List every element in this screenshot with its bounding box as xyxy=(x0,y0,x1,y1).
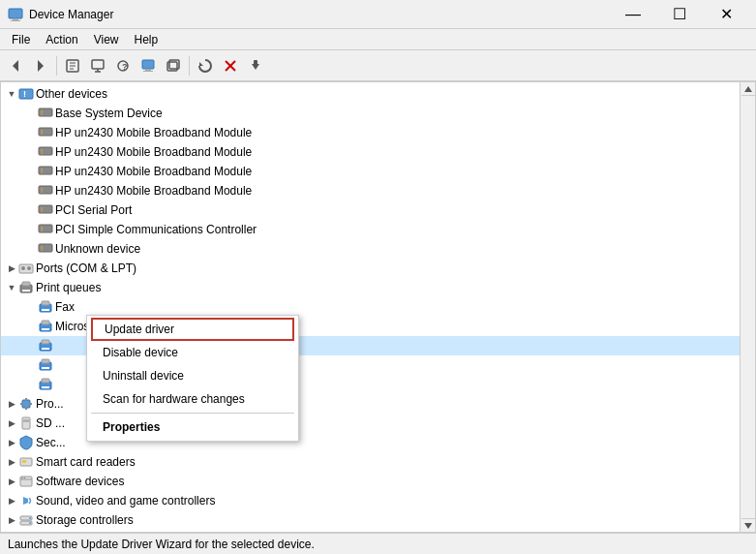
scroll-up-button[interactable] xyxy=(741,82,755,96)
tree-item-hp-2[interactable]: ▶ ! HP un2430 Mobile Broadband Module xyxy=(1,142,740,162)
ctx-disable-device[interactable]: Disable device xyxy=(87,341,298,364)
remove-device-toolbar-button[interactable] xyxy=(219,54,242,77)
expand-print-queues[interactable]: ▼ xyxy=(5,281,18,294)
tree-item-pci-serial[interactable]: ▶ ! PCI Serial Port xyxy=(1,200,740,220)
update-driver-toolbar-button[interactable] xyxy=(86,54,109,77)
svg-rect-62 xyxy=(42,386,49,388)
show-hidden-button[interactable]: ? xyxy=(111,54,135,77)
tree-item-software-devices[interactable]: ▶ Software devices xyxy=(1,472,740,491)
hp-3-label: HP un2430 Mobile Broadband Module xyxy=(55,165,252,178)
menu-file[interactable]: File xyxy=(4,31,38,48)
tree-item-hp-1[interactable]: ▶ ! HP un2430 Mobile Broadband Module xyxy=(1,123,740,142)
hp-2-label: HP un2430 Mobile Broadband Module xyxy=(55,145,252,159)
minimize-button[interactable]: — xyxy=(611,0,655,29)
tree-item-sound-video[interactable]: ▶ Sound, video and game controllers xyxy=(1,491,740,510)
hp-4-label: HP un2430 Mobile Broadband Module xyxy=(55,184,252,198)
hp-2-icon: ! xyxy=(38,144,53,160)
expand-sec[interactable]: ▶ xyxy=(5,436,18,449)
scrollbar[interactable] xyxy=(740,82,755,532)
expand-smart-card[interactable]: ▶ xyxy=(5,455,18,469)
tree-item-pci-simple[interactable]: ▶ ! PCI Simple Communications Controller xyxy=(1,220,740,239)
ports-icon xyxy=(18,261,34,276)
svg-marker-3 xyxy=(13,60,18,72)
properties-button[interactable] xyxy=(61,54,84,77)
expand-other-devices[interactable]: ▼ xyxy=(5,87,18,101)
tree-item-fax[interactable]: ▶ Fax xyxy=(1,297,740,317)
tree-item-storage[interactable]: ▶ Storage controllers xyxy=(1,510,740,530)
svg-rect-2 xyxy=(11,20,20,21)
computer-button[interactable] xyxy=(136,54,160,77)
tree-item-other-devices[interactable]: ▼ ! Other devices xyxy=(1,84,740,104)
ctx-scan-hardware[interactable]: Scan for hardware changes xyxy=(87,387,298,411)
back-button[interactable] xyxy=(4,54,27,77)
menu-view[interactable]: View xyxy=(86,31,127,48)
close-button[interactable]: ✕ xyxy=(704,0,748,29)
svg-text:!: ! xyxy=(41,187,43,194)
svg-point-76 xyxy=(21,477,23,479)
svg-rect-9 xyxy=(92,60,104,69)
tree-item-system-devices[interactable]: ▶ System devices xyxy=(1,530,740,532)
menu-action[interactable]: Action xyxy=(38,31,85,48)
forward-button[interactable] xyxy=(29,54,52,77)
svg-rect-67 xyxy=(25,407,27,410)
maximize-button[interactable]: ☐ xyxy=(657,0,702,29)
smart-card-icon xyxy=(18,454,34,470)
svg-rect-49 xyxy=(42,301,49,305)
print-queues-icon xyxy=(18,280,34,295)
tree-item-hp-4[interactable]: ▶ ! HP un2430 Mobile Broadband Module xyxy=(1,181,740,200)
tree-item-smart-card[interactable]: ▶ Smart card readers xyxy=(1,452,740,472)
expand-sound-video[interactable]: ▶ xyxy=(5,494,18,508)
svg-rect-68 xyxy=(22,417,30,429)
printer-3-icon xyxy=(38,338,53,354)
svg-rect-50 xyxy=(42,309,49,311)
fax-icon xyxy=(38,299,53,315)
ctx-separator xyxy=(91,413,294,414)
svg-rect-58 xyxy=(42,359,49,363)
svg-rect-65 xyxy=(29,403,32,405)
printer-5-icon xyxy=(38,377,53,392)
tree-item-unknown-device[interactable]: ▶ ! Unknown device xyxy=(1,239,740,259)
smart-card-label: Smart card readers xyxy=(36,455,136,469)
menu-help[interactable]: Help xyxy=(127,31,166,48)
hp-4-icon: ! xyxy=(38,183,53,199)
sd-icon xyxy=(18,416,34,431)
pci-simple-icon: ! xyxy=(38,222,53,237)
ctx-properties[interactable]: Properties xyxy=(87,416,298,439)
pci-simple-label: PCI Simple Communications Controller xyxy=(55,223,257,236)
ms-print-icon xyxy=(38,319,53,334)
expand-software-devices[interactable]: ▶ xyxy=(5,475,18,488)
tree-item-hp-3[interactable]: ▶ ! HP un2430 Mobile Broadband Module xyxy=(1,162,740,181)
tree-item-ports[interactable]: ▶ Ports (COM & LPT) xyxy=(1,259,740,278)
scroll-down-button[interactable] xyxy=(741,518,755,532)
ctx-update-driver[interactable]: Update driver xyxy=(91,318,294,341)
svg-text:!: ! xyxy=(41,129,43,136)
svg-rect-1 xyxy=(13,18,18,20)
svg-rect-0 xyxy=(9,9,22,18)
printer-4-icon xyxy=(38,357,53,373)
ctx-uninstall-device[interactable]: Uninstall device xyxy=(87,364,298,387)
svg-rect-61 xyxy=(42,379,49,383)
expand-storage[interactable]: ▶ xyxy=(5,513,18,527)
svg-rect-23 xyxy=(254,60,257,65)
expand-sd[interactable]: ▶ xyxy=(5,416,18,430)
tree-view[interactable]: ▼ ! Other devices ▶ ! Base System Device xyxy=(1,82,740,532)
sound-video-label: Sound, video and game controllers xyxy=(36,494,215,508)
svg-rect-56 xyxy=(42,348,49,350)
svg-rect-16 xyxy=(143,71,153,72)
driver-wizard-toolbar-button[interactable] xyxy=(244,54,267,77)
expand-ports[interactable]: ▶ xyxy=(5,262,18,275)
expand-proc[interactable]: ▶ xyxy=(5,397,18,411)
proc-icon xyxy=(18,396,34,412)
unknown-device-label: Unknown device xyxy=(55,242,140,256)
tree-item-base-system[interactable]: ▶ ! Base System Device xyxy=(1,104,740,123)
svg-rect-24 xyxy=(19,89,33,99)
svg-text:!: ! xyxy=(41,148,43,155)
svg-rect-73 xyxy=(22,460,26,463)
svg-marker-4 xyxy=(38,60,44,72)
svg-rect-15 xyxy=(145,69,151,71)
scan-hardware-toolbar-button[interactable] xyxy=(194,54,217,77)
new-window-button[interactable] xyxy=(162,54,185,77)
tree-item-print-queues[interactable]: ▼ Print queues xyxy=(1,278,740,297)
main-content: ▼ ! Other devices ▶ ! Base System Device xyxy=(0,81,756,533)
menu-bar: File Action View Help xyxy=(0,29,756,50)
